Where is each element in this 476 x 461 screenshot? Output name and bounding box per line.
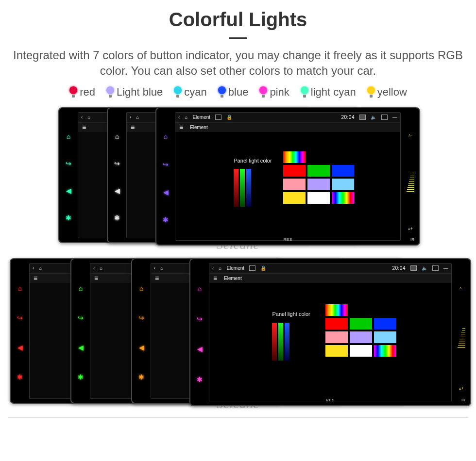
legend-label: light cyan — [311, 86, 356, 99]
device-screen[interactable]: ‹⌂Element🔒20:04🔈—ElementPanel light colo… — [209, 263, 452, 401]
home-icon[interactable]: ⌂ — [160, 265, 163, 271]
color-swatch[interactable] — [283, 192, 306, 204]
back-icon[interactable]: ‹ — [93, 265, 95, 271]
side-button-icon[interactable]: ↪ — [114, 160, 120, 167]
menu-icon[interactable] — [82, 123, 88, 131]
device-row-2: Seicane MIC⌂↪◀✱‹⌂RESMIC⌂↪◀✱‹⌂RESMIC⌂↪◀✱‹… — [10, 258, 466, 410]
side-button-icon[interactable]: ⌂ — [164, 132, 168, 140]
home-icon[interactable]: ⌂ — [136, 115, 139, 120]
side-button-icon[interactable]: ↪ — [163, 161, 169, 168]
back-icon[interactable]: ‹ — [154, 265, 155, 271]
color-swatch[interactable] — [325, 318, 348, 329]
color-swatch[interactable] — [307, 192, 330, 204]
side-button-icon[interactable]: ⌂ — [139, 284, 143, 292]
side-button-icon[interactable]: ◀ — [17, 344, 23, 351]
color-swatch[interactable] — [350, 331, 372, 343]
legend-label: pink — [270, 86, 289, 99]
side-button-icon[interactable]: ✱ — [138, 373, 144, 381]
rgb-sliders[interactable] — [272, 323, 289, 361]
status-icon[interactable] — [432, 265, 439, 271]
side-button-icon[interactable]: ◀ — [115, 187, 120, 195]
color-swatch[interactable] — [350, 318, 372, 329]
side-button-icon[interactable]: ✱ — [17, 373, 23, 381]
minimize-icon[interactable]: — — [392, 115, 397, 120]
side-button-icon[interactable]: ✱ — [197, 376, 203, 383]
status-icon[interactable] — [381, 115, 388, 120]
side-button-icon[interactable]: ⌂ — [115, 132, 119, 140]
menu-icon[interactable] — [155, 274, 161, 282]
home-icon[interactable]: ⌂ — [185, 115, 187, 120]
side-button-icon[interactable]: ↪ — [197, 315, 203, 323]
side-button-icon[interactable]: ⌂ — [67, 132, 70, 140]
device-screen[interactable]: ‹⌂Element🔒20:04🔈—ElementPanel light colo… — [175, 112, 401, 241]
back-icon[interactable]: ‹ — [81, 115, 83, 120]
volume-icon[interactable]: 🔈 — [371, 115, 376, 120]
side-button-icon[interactable]: ✱ — [114, 214, 120, 222]
bulb-icon — [367, 86, 375, 98]
home-icon[interactable]: ⌂ — [87, 115, 90, 120]
swatch-rainbow[interactable] — [325, 304, 348, 316]
side-button-icon[interactable]: ⌂ — [18, 284, 22, 292]
menu-icon[interactable] — [179, 123, 185, 131]
swatch-hue[interactable] — [332, 192, 354, 204]
color-swatch[interactable] — [307, 165, 330, 177]
menu-icon[interactable] — [131, 123, 136, 131]
side-button-icon[interactable]: ◀ — [78, 344, 84, 351]
swatch-rainbow[interactable] — [283, 151, 306, 163]
menu-icon[interactable] — [213, 274, 219, 282]
vol-up-label[interactable]: ▵+ — [459, 386, 464, 391]
side-button-icon[interactable]: ✱ — [78, 373, 84, 381]
color-swatch[interactable] — [332, 165, 354, 177]
side-button-icon[interactable]: ✱ — [163, 216, 169, 224]
sub-header-title: Element — [190, 125, 208, 130]
side-button-icon[interactable]: ↪ — [138, 314, 144, 322]
swatch-grid — [283, 151, 354, 204]
color-swatch[interactable] — [283, 179, 306, 190]
home-icon[interactable]: ⌂ — [100, 265, 102, 271]
side-button-icon[interactable]: ◀ — [197, 345, 203, 353]
minimize-icon[interactable]: — — [443, 265, 448, 271]
side-button-icon[interactable]: ⌂ — [79, 284, 83, 292]
vol-up-label[interactable]: ▵+ — [408, 226, 413, 231]
volume-column[interactable]: ▵-▵+ — [455, 285, 468, 391]
color-swatch[interactable] — [332, 179, 354, 190]
status-icon[interactable] — [359, 115, 366, 120]
sub-header: Element — [175, 122, 400, 132]
volume-column[interactable]: ▵-▵+ — [404, 132, 417, 230]
menu-icon[interactable] — [94, 274, 100, 282]
legend-item: pink — [259, 86, 289, 99]
side-button-icon[interactable]: ◀ — [66, 187, 71, 195]
volume-icon[interactable]: 🔈 — [422, 265, 427, 271]
side-button-icon[interactable]: ⌂ — [198, 285, 202, 293]
bulb-icon — [218, 86, 226, 98]
side-button-icon[interactable]: ↪ — [66, 160, 71, 167]
back-icon[interactable]: ‹ — [130, 115, 131, 120]
volume-ticks — [458, 328, 465, 348]
home-icon[interactable]: ⌂ — [39, 265, 42, 271]
color-swatch[interactable] — [350, 345, 372, 357]
color-swatch[interactable] — [307, 179, 330, 190]
side-button-icon[interactable]: ✱ — [66, 214, 71, 222]
color-swatch[interactable] — [325, 331, 348, 343]
color-swatch[interactable] — [374, 331, 396, 343]
vol-down-label[interactable]: ▵- — [459, 285, 463, 290]
vol-down-label[interactable]: ▵- — [408, 132, 412, 137]
status-icon[interactable] — [410, 265, 417, 271]
back-icon[interactable]: ‹ — [178, 115, 180, 120]
swatch-hue[interactable] — [374, 345, 396, 357]
legend-item: Light blue — [106, 86, 163, 99]
back-icon[interactable]: ‹ — [212, 265, 214, 271]
status-bar: ‹⌂Element🔒20:04🔈— — [175, 113, 400, 122]
color-swatch[interactable] — [325, 345, 348, 357]
color-swatch[interactable] — [374, 318, 396, 329]
menu-icon[interactable] — [34, 274, 39, 282]
side-button-icon[interactable]: ↪ — [17, 314, 23, 322]
color-swatch[interactable] — [283, 165, 306, 177]
side-button-icon[interactable]: ↪ — [78, 314, 84, 322]
back-icon[interactable]: ‹ — [33, 265, 34, 271]
side-button-icon[interactable]: ◀ — [163, 188, 169, 196]
home-icon[interactable]: ⌂ — [219, 265, 221, 271]
rgb-sliders[interactable] — [234, 169, 251, 207]
status-time: 20:04 — [392, 265, 406, 271]
side-button-icon[interactable]: ◀ — [139, 344, 144, 351]
